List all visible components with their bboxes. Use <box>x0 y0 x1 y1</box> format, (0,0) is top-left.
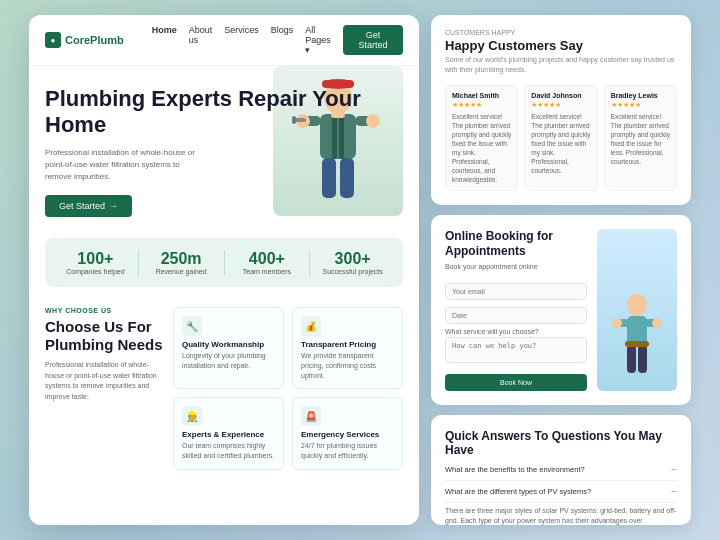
booking-textarea[interactable] <box>445 337 587 363</box>
stat-companies-value: 100+ <box>53 250 138 268</box>
hero-title: Plumbing Experts Repair Your Home <box>45 86 403 139</box>
booking-form: Online Booking for Appointments Book you… <box>445 229 587 391</box>
booking-card: Online Booking for Appointments Book you… <box>431 215 691 405</box>
stat-projects-value: 300+ <box>310 250 395 268</box>
reviewer-0-stars: ★★★★★ <box>452 101 511 109</box>
nav-links: Home About us Services Blogs All Pages ▾ <box>152 25 331 55</box>
pricing-icon: 💰 <box>301 316 321 336</box>
emergency-icon: 🚨 <box>301 406 321 426</box>
stat-projects: 300+ Successful projects <box>310 250 395 275</box>
reviewer-2-text: Excellent service! The plumber arrived p… <box>611 112 670 167</box>
hero-text: Plumbing Experts Repair Your Home Profes… <box>45 86 403 226</box>
svg-rect-22 <box>638 345 647 373</box>
faq-title: Quick Answers To Questions You May Have <box>445 429 677 457</box>
experts-icon: 👷 <box>182 406 202 426</box>
faq-answer-1: There are three major styles of solar PV… <box>445 503 677 525</box>
reviewer-0-text: Excellent service! The plumber arrived p… <box>452 112 511 185</box>
feature-emergency: 🚨 Emergency Services 24/7 for plumbing i… <box>292 397 403 470</box>
reviewer-2-name: Bradley Lewis <box>611 92 670 99</box>
booking-date-input[interactable] <box>445 307 587 324</box>
features-title: Choose Us For Plumbing Needs <box>45 318 165 354</box>
nav-blogs[interactable]: Blogs <box>271 25 294 55</box>
testimonials-label: CUSTOMERS HAPPY <box>445 29 677 36</box>
faq-toggle-1: − <box>671 486 677 497</box>
logo: ● CorePlumb <box>45 32 124 48</box>
feature-experts-desc: Our team comprises highly skilled and ce… <box>182 441 275 461</box>
booking-select-label: What service will you choose? <box>445 328 587 335</box>
svg-rect-21 <box>627 345 636 373</box>
main-website-panel: ● CorePlumb Home About us Services Blogs… <box>29 15 419 525</box>
review-0: Michael Smith ★★★★★ Excellent service! T… <box>445 85 518 192</box>
faq-item-0[interactable]: What are the benefits to the environment… <box>445 459 677 481</box>
feature-experts: 👷 Experts & Experience Our team comprise… <box>173 397 284 470</box>
hero-subtitle: Professional installation of whole-house… <box>45 147 205 183</box>
reviewer-1-name: David Johnson <box>531 92 590 99</box>
faq-card: Quick Answers To Questions You May Have … <box>431 415 691 525</box>
testimonials-row: Michael Smith ★★★★★ Excellent service! T… <box>445 85 677 192</box>
faq-question-0: What are the benefits to the environment… <box>445 465 585 474</box>
nav-services[interactable]: Services <box>224 25 259 55</box>
stat-projects-label: Successful projects <box>310 268 395 275</box>
navigation: ● CorePlumb Home About us Services Blogs… <box>29 15 419 66</box>
stat-revenue: 250m Revenue gained <box>139 250 225 275</box>
features-intro: WHY CHOOSE US Choose Us For Plumbing Nee… <box>45 307 165 470</box>
reviewer-1-text: Excellent service! The plumber arrived p… <box>531 112 590 176</box>
hero-section: Plumbing Experts Repair Your Home Profes… <box>29 66 419 226</box>
feature-quality-desc: Longevity of your plumbing installation … <box>182 351 275 371</box>
testimonials-title: Happy Customers Say <box>445 38 677 53</box>
features-section: WHY CHOOSE US Choose Us For Plumbing Nee… <box>29 299 419 478</box>
stat-revenue-value: 250m <box>139 250 224 268</box>
brand-name: CorePlumb <box>65 34 124 46</box>
reviewer-2-stars: ★★★★★ <box>611 101 670 109</box>
booking-desc: Book your appointment online <box>445 262 587 272</box>
nav-all-pages[interactable]: All Pages ▾ <box>305 25 331 55</box>
stat-companies: 100+ Companies helped <box>53 250 139 275</box>
feature-pricing-desc: We provide transparent pricing, confirmi… <box>301 351 394 380</box>
reviewer-0-name: Michael Smith <box>452 92 511 99</box>
why-choose-label: WHY CHOOSE US <box>45 307 165 314</box>
testimonials-card: CUSTOMERS HAPPY Happy Customers Say Some… <box>431 15 691 205</box>
svg-point-15 <box>627 294 647 316</box>
hero-cta-button[interactable]: Get Started → <box>45 195 132 217</box>
quality-icon: 🔧 <box>182 316 202 336</box>
faq-item-1[interactable]: What are the different types of PV syste… <box>445 481 677 503</box>
nav-home[interactable]: Home <box>152 25 177 55</box>
faq-toggle-0: − <box>671 464 677 475</box>
faq-question-1: What are the different types of PV syste… <box>445 487 591 496</box>
feature-emergency-name: Emergency Services <box>301 430 394 439</box>
testimonials-subtitle: Some of our world's plumbing projects an… <box>445 55 677 75</box>
feature-quality-name: Quality Workmanship <box>182 340 275 349</box>
stat-team: 400+ Team members <box>225 250 311 275</box>
review-1: David Johnson ★★★★★ Excellent service! T… <box>524 85 597 192</box>
feature-quality: 🔧 Quality Workmanship Longevity of your … <box>173 307 284 389</box>
secondary-panel: CUSTOMERS HAPPY Happy Customers Say Some… <box>431 15 691 525</box>
nav-cta-button[interactable]: Get Started <box>343 25 403 55</box>
feature-pricing: 💰 Transparent Pricing We provide transpa… <box>292 307 403 389</box>
stat-revenue-label: Revenue gained <box>139 268 224 275</box>
booking-plumber-image <box>597 229 677 391</box>
booking-submit-button[interactable]: Book Now <box>445 374 587 391</box>
svg-point-20 <box>652 318 662 328</box>
features-grid: 🔧 Quality Workmanship Longevity of your … <box>173 307 403 470</box>
svg-point-19 <box>612 318 622 328</box>
stat-team-value: 400+ <box>225 250 310 268</box>
svg-rect-23 <box>625 341 649 347</box>
nav-about[interactable]: About us <box>189 25 213 55</box>
stat-team-label: Team members <box>225 268 310 275</box>
feature-emergency-desc: 24/7 for plumbing issues quickly and eff… <box>301 441 394 461</box>
booking-email-input[interactable] <box>445 283 587 300</box>
stats-section: 100+ Companies helped 250m Revenue gaine… <box>45 238 403 287</box>
feature-pricing-name: Transparent Pricing <box>301 340 394 349</box>
stat-companies-label: Companies helped <box>53 268 138 275</box>
review-2: Bradley Lewis ★★★★★ Excellent service! T… <box>604 85 677 192</box>
reviewer-1-stars: ★★★★★ <box>531 101 590 109</box>
features-subtitle: Professional installation of whole-house… <box>45 360 165 402</box>
feature-experts-name: Experts & Experience <box>182 430 275 439</box>
logo-icon: ● <box>45 32 61 48</box>
booking-title: Online Booking for Appointments <box>445 229 587 258</box>
